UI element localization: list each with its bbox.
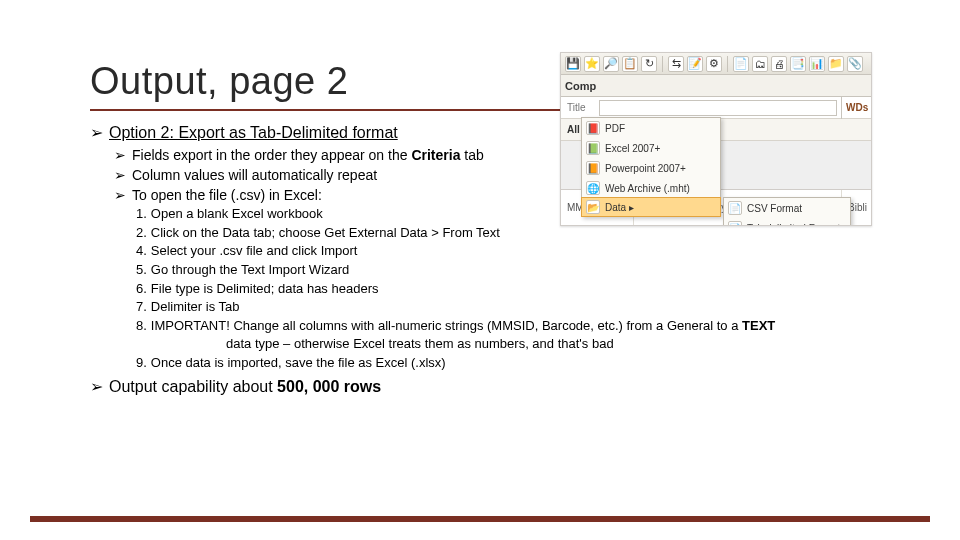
bullet-lvl1-text: Option 2: Export as Tab-Delimited format (109, 123, 398, 144)
save-icon[interactable]: 💾 (565, 56, 581, 72)
step-5: 5.Go through the Text Import Wizard (136, 261, 870, 279)
web-icon: 🌐 (586, 181, 600, 195)
page-icon[interactable]: 📄 (733, 56, 749, 72)
arrow-icon: ➢ (114, 146, 126, 164)
excel-icon: 📗 (586, 141, 600, 155)
edit-icon[interactable]: 📝 (687, 56, 703, 72)
search-icon[interactable]: 🔎 (603, 56, 619, 72)
step-8-cont: data type – otherwise Excel treats them … (226, 335, 870, 353)
bullet-output-text: Output capability about 500, 000 rows (109, 377, 381, 398)
chart-icon[interactable]: 📊 (809, 56, 825, 72)
title-input[interactable] (599, 100, 837, 116)
bullet-lvl2-text: To open the file (.csv) in Excel: (132, 186, 322, 204)
data-flyout: 📄CSV Format 📄Tab delimited Format 📄XML F… (723, 197, 851, 226)
refresh-icon[interactable]: ↻ (641, 56, 657, 72)
clipboard-icon[interactable]: 📋 (622, 56, 638, 72)
powerpoint-icon: 📙 (586, 161, 600, 175)
title-label: Title (561, 102, 599, 113)
dropdown-item-excel[interactable]: 📗Excel 2007+ (582, 138, 720, 158)
flyout-item-tab[interactable]: 📄Tab delimited Format (724, 218, 850, 226)
swap-icon[interactable]: ⇆ (668, 56, 684, 72)
step-2: 2.Click on the Data tab; choose Get Exte… (136, 224, 870, 242)
step-9: 9.Once data is imported, save the file a… (136, 354, 870, 372)
gear-icon[interactable]: ⚙ (706, 56, 722, 72)
bullet-lvl2-text: Column values will automatically repeat (132, 166, 377, 184)
step-4: 4.Select your .csv file and click Import (136, 242, 870, 260)
bullet-lvl2-text: Fields export in the order they appear o… (132, 146, 484, 164)
arrow-icon: ➢ (90, 377, 103, 398)
attach-icon[interactable]: 📎 (847, 56, 863, 72)
title-row: Title WDs (561, 97, 871, 119)
slide-accent-border (30, 512, 930, 522)
step-7: 7.Delimiter is Tab (136, 298, 870, 316)
toolbar: 💾 ⭐ 🔎 📋 ↻ ⇆ 📝 ⚙ 📄 🗂 🖨 📑 📊 📁 📎 (561, 53, 871, 75)
data-icon: 📂 (586, 200, 600, 214)
step-8: 8.IMPORTANT! Change all columns with all… (136, 317, 870, 335)
folder-icon[interactable]: 📁 (828, 56, 844, 72)
report-icon[interactable]: 📑 (790, 56, 806, 72)
tab-icon: 📄 (728, 221, 742, 226)
toolbar-separator (727, 56, 728, 72)
pdf-icon: 📕 (586, 121, 600, 135)
dropdown-item-powerpoint[interactable]: 📙Powerpoint 2007+ (582, 158, 720, 178)
compound-label: Comp (565, 80, 596, 92)
export-dropdown: 📕PDF 📗Excel 2007+ 📙Powerpoint 2007+ 🌐Web… (581, 117, 721, 217)
print-icon[interactable]: 🖨 (771, 56, 787, 72)
dropdown-item-data[interactable]: 📂Data ▸ (581, 197, 721, 217)
wds-badge: WDs (841, 97, 871, 119)
step-6: 6.File type is Delimited; data has heade… (136, 280, 870, 298)
layout-icon[interactable]: 🗂 (752, 56, 768, 72)
flyout-item-csv[interactable]: 📄CSV Format (724, 198, 850, 218)
csv-icon: 📄 (728, 201, 742, 215)
arrow-icon: ➢ (90, 123, 103, 144)
arrow-icon: ➢ (114, 186, 126, 204)
bullet-lvl1-output: ➢ Output capability about 500, 000 rows (90, 377, 870, 398)
dropdown-item-mht[interactable]: 🌐Web Archive (.mht) (582, 178, 720, 198)
arrow-icon: ➢ (114, 166, 126, 184)
embedded-app: 💾 ⭐ 🔎 📋 ↻ ⇆ 📝 ⚙ 📄 🗂 🖨 📑 📊 📁 📎 Comp Title… (560, 52, 872, 226)
toolbar-separator (662, 56, 663, 72)
dropdown-item-pdf[interactable]: 📕PDF (582, 118, 720, 138)
favorite-icon[interactable]: ⭐ (584, 56, 600, 72)
compound-row: Comp (561, 75, 871, 97)
